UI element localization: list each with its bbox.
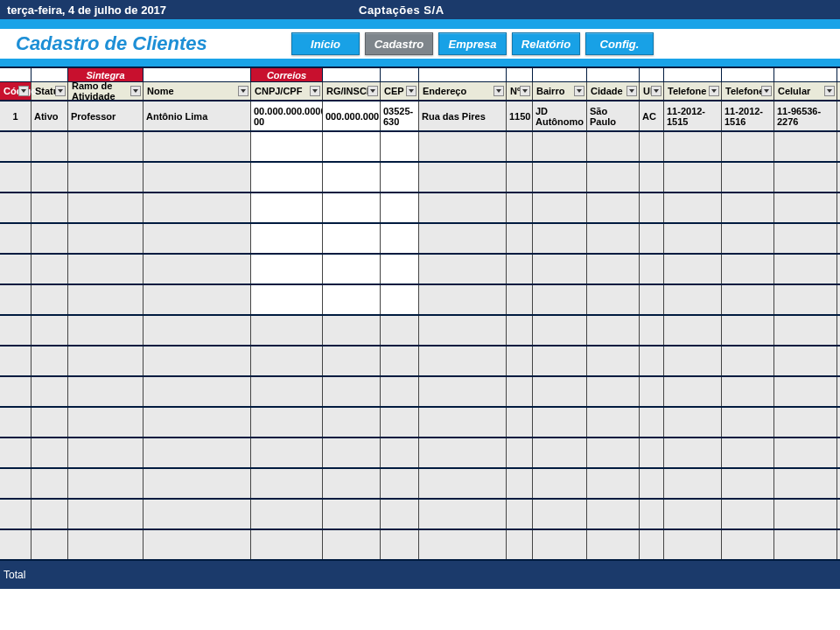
empty-cell[interactable] (323, 500, 381, 528)
table-row[interactable] (0, 500, 840, 530)
empty-cell[interactable] (32, 346, 68, 375)
empty-cell[interactable] (251, 408, 323, 437)
empty-cell[interactable] (507, 438, 533, 467)
cell-codigo[interactable]: 1 (0, 102, 32, 130)
cell-cnpj[interactable]: 00.000.000.0000-00 (251, 102, 323, 130)
empty-cell[interactable] (664, 377, 722, 406)
empty-cell[interactable] (533, 255, 587, 284)
empty-cell[interactable] (144, 132, 251, 161)
empty-cell[interactable] (0, 224, 32, 253)
col-numero[interactable]: Nº (507, 82, 533, 100)
col-cep[interactable]: CEP (381, 82, 419, 100)
empty-cell[interactable] (419, 530, 507, 559)
empty-cell[interactable] (533, 438, 587, 467)
empty-cell[interactable] (774, 224, 837, 253)
empty-cell[interactable] (68, 438, 144, 467)
table-row[interactable] (0, 316, 840, 346)
nav-inicio-button[interactable]: Início (291, 32, 360, 55)
empty-cell[interactable] (774, 346, 837, 375)
empty-cell[interactable] (507, 285, 533, 314)
table-row[interactable] (0, 224, 840, 255)
empty-cell[interactable] (68, 408, 144, 437)
empty-cell[interactable] (419, 193, 507, 222)
empty-cell[interactable] (381, 377, 419, 406)
cell-cep[interactable]: 03525-630 (381, 102, 419, 130)
empty-cell[interactable] (68, 346, 144, 375)
empty-cell[interactable] (381, 530, 419, 559)
empty-cell[interactable] (774, 132, 837, 161)
empty-cell[interactable] (533, 408, 587, 437)
empty-cell[interactable] (664, 224, 722, 253)
empty-cell[interactable] (587, 530, 640, 559)
empty-cell[interactable] (587, 377, 640, 406)
empty-cell[interactable] (381, 255, 419, 284)
empty-cell[interactable] (664, 469, 722, 498)
empty-cell[interactable] (722, 163, 774, 192)
empty-cell[interactable] (381, 316, 419, 345)
empty-cell[interactable] (507, 316, 533, 345)
empty-cell[interactable] (507, 132, 533, 161)
empty-cell[interactable] (587, 500, 640, 528)
empty-cell[interactable] (323, 255, 381, 284)
empty-cell[interactable] (323, 285, 381, 314)
table-row[interactable] (0, 255, 840, 285)
empty-cell[interactable] (507, 377, 533, 406)
empty-cell[interactable] (323, 377, 381, 406)
empty-cell[interactable] (640, 438, 664, 467)
empty-cell[interactable] (533, 346, 587, 375)
empty-cell[interactable] (68, 285, 144, 314)
empty-cell[interactable] (507, 224, 533, 253)
chevron-down-icon[interactable] (651, 86, 662, 96)
empty-cell[interactable] (323, 316, 381, 345)
table-row[interactable] (0, 346, 840, 377)
empty-cell[interactable] (533, 469, 587, 498)
empty-cell[interactable] (68, 530, 144, 559)
empty-cell[interactable] (774, 377, 837, 406)
empty-cell[interactable] (507, 408, 533, 437)
empty-cell[interactable] (251, 285, 323, 314)
chevron-down-icon[interactable] (406, 86, 416, 96)
empty-cell[interactable] (32, 500, 68, 528)
empty-cell[interactable] (507, 255, 533, 284)
empty-cell[interactable] (722, 132, 774, 161)
empty-cell[interactable] (0, 408, 32, 437)
empty-cell[interactable] (419, 438, 507, 467)
empty-cell[interactable] (32, 469, 68, 498)
empty-cell[interactable] (68, 132, 144, 161)
empty-cell[interactable] (32, 438, 68, 467)
empty-cell[interactable] (381, 224, 419, 253)
empty-cell[interactable] (251, 438, 323, 467)
col-telefone[interactable]: Telefone (664, 82, 722, 100)
empty-cell[interactable] (32, 224, 68, 253)
empty-cell[interactable] (251, 469, 323, 498)
empty-cell[interactable] (722, 316, 774, 345)
empty-cell[interactable] (587, 316, 640, 345)
empty-cell[interactable] (419, 500, 507, 528)
chevron-down-icon[interactable] (368, 86, 378, 96)
empty-cell[interactable] (722, 438, 774, 467)
empty-cell[interactable] (419, 408, 507, 437)
empty-cell[interactable] (251, 530, 323, 559)
empty-cell[interactable] (144, 530, 251, 559)
empty-cell[interactable] (68, 469, 144, 498)
empty-cell[interactable] (0, 255, 32, 284)
empty-cell[interactable] (251, 500, 323, 528)
empty-cell[interactable] (587, 469, 640, 498)
empty-cell[interactable] (144, 377, 251, 406)
chevron-down-icon[interactable] (626, 86, 637, 96)
empty-cell[interactable] (507, 530, 533, 559)
col-ramo[interactable]: Ramo de Atividade (68, 82, 144, 100)
empty-cell[interactable] (587, 132, 640, 161)
empty-cell[interactable] (0, 346, 32, 375)
cell-ramo[interactable]: Professor (68, 102, 144, 130)
empty-cell[interactable] (323, 346, 381, 375)
empty-cell[interactable] (0, 530, 32, 559)
empty-cell[interactable] (144, 346, 251, 375)
empty-cell[interactable] (32, 377, 68, 406)
cell-bairro[interactable]: JD Autônomo (533, 102, 587, 130)
chevron-down-icon[interactable] (520, 86, 530, 96)
empty-cell[interactable] (722, 346, 774, 375)
empty-cell[interactable] (722, 255, 774, 284)
empty-cell[interactable] (664, 500, 722, 528)
table-row[interactable] (0, 438, 840, 469)
